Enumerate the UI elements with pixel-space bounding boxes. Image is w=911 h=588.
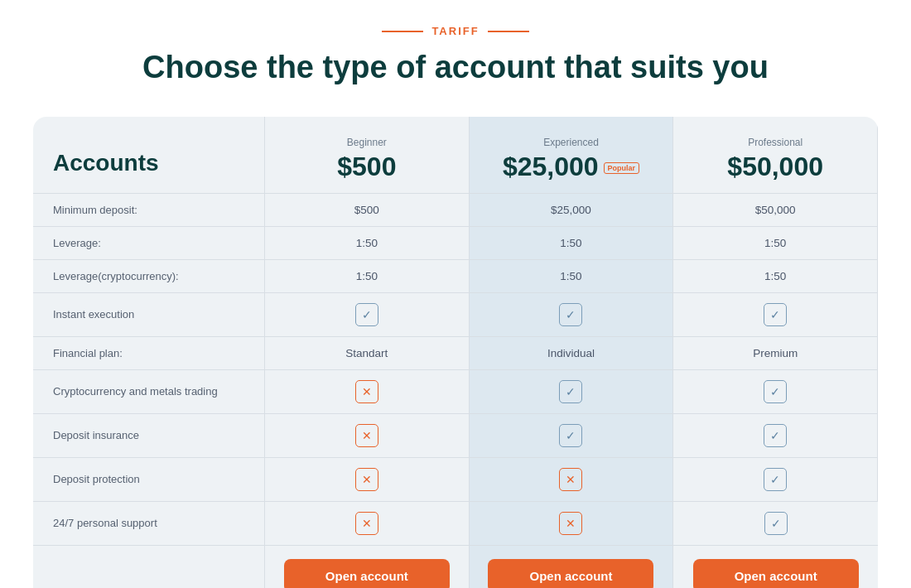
open-account-button-experienced[interactable]: Open account	[488, 559, 653, 588]
table-row-5-beginner: ✕	[265, 369, 470, 413]
check-icon: ✓	[764, 303, 787, 326]
table-row-6-beginner: ✕	[265, 413, 470, 457]
btn-cell-professional: Open account	[673, 545, 878, 588]
table-row-7-beginner: ✕	[265, 457, 470, 501]
open-account-button-professional[interactable]: Open account	[693, 559, 859, 588]
check-icon: ✓	[764, 512, 788, 535]
check-icon: ✓	[559, 303, 582, 326]
table-row-5-professional: ✓	[673, 369, 878, 413]
col-header-professional: Professional $50,000	[673, 117, 878, 193]
check-icon: ✓	[559, 424, 582, 447]
table-row-1-beginner: 1:50	[265, 226, 470, 259]
beginner-price: $500	[337, 153, 396, 180]
table-row-1-professional: 1:50	[673, 226, 878, 259]
table-row-1-label: Leverage:	[33, 226, 265, 259]
table-row-5-label: Cryptocurrency and metals trading	[33, 369, 265, 413]
check-icon: ✓	[355, 303, 378, 326]
table-row-8-experienced: ✕	[470, 501, 674, 545]
cross-icon: ✕	[355, 424, 378, 447]
table-row-3-professional: ✓	[673, 292, 878, 336]
professional-price: $50,000	[727, 153, 823, 180]
table-row-3-experienced: ✓	[470, 292, 674, 336]
table-row-0-professional: $50,000	[673, 193, 878, 226]
table-row-2-beginner: 1:50	[265, 259, 470, 292]
cross-icon: ✕	[355, 468, 378, 491]
table-row-3-beginner: ✓	[265, 292, 470, 336]
experienced-price: $25,000Popular	[503, 153, 639, 180]
table-row-6-label: Deposit insurance	[33, 413, 265, 457]
table-row-8-label: 24/7 personal support	[33, 501, 265, 545]
table-row-4-beginner: Standart	[265, 336, 470, 369]
open-account-button-beginner[interactable]: Open account	[284, 559, 450, 588]
table-row-7-label: Deposit protection	[33, 457, 265, 501]
btn-cell-experienced: Open account	[470, 545, 674, 588]
pricing-table: Accounts Beginner $500 Experienced $25,0…	[33, 117, 878, 588]
popular-badge: Popular	[604, 162, 640, 174]
cross-icon: ✕	[559, 468, 582, 491]
table-row-7-professional: ✓	[673, 457, 878, 501]
table-row-3-label: Instant execution	[33, 292, 265, 336]
table-row-6-experienced: ✓	[470, 413, 674, 457]
table-row-2-experienced: 1:50	[470, 259, 674, 292]
check-icon: ✓	[764, 468, 787, 491]
table-row-4-professional: Premium	[673, 336, 878, 369]
table-row-7-experienced: ✕	[470, 457, 674, 501]
table-row-8-beginner: ✕	[265, 501, 470, 545]
table-row-8-professional: ✓	[673, 501, 878, 545]
beginner-level-label: Beginner	[347, 137, 387, 148]
check-icon: ✓	[559, 380, 582, 403]
table-row-2-professional: 1:50	[673, 259, 878, 292]
cross-icon: ✕	[559, 512, 582, 535]
table-row-2-label: Leverage(cryptocurrency):	[33, 259, 265, 292]
tariff-text: TARIFF	[431, 25, 479, 37]
table-row-6-professional: ✓	[673, 413, 878, 457]
professional-level-label: Professional	[748, 137, 803, 148]
accounts-title: Accounts	[53, 150, 244, 180]
tariff-label: TARIFF	[382, 25, 528, 37]
table-row-5-experienced: ✓	[470, 369, 674, 413]
tariff-line-right	[488, 31, 529, 32]
table-row-4-experienced: Individual	[470, 336, 674, 369]
cross-icon: ✕	[355, 512, 378, 535]
table-row-0-beginner: $500	[265, 193, 470, 226]
accounts-header: Accounts	[33, 117, 265, 193]
table-row-0-label: Minimum deposit:	[33, 193, 265, 226]
table-row-1-experienced: 1:50	[470, 226, 674, 259]
btn-cell-beginner: Open account	[265, 545, 470, 588]
check-icon: ✓	[764, 424, 787, 447]
tariff-line-left	[382, 31, 423, 32]
btn-cell-label	[33, 545, 265, 588]
table-row-4-label: Financial plan:	[33, 336, 265, 369]
col-header-beginner: Beginner $500	[265, 117, 470, 193]
col-header-experienced: Experienced $25,000Popular	[470, 117, 674, 193]
cross-icon: ✕	[355, 380, 378, 403]
check-icon: ✓	[764, 380, 787, 403]
table-row-0-experienced: $25,000	[470, 193, 674, 226]
experienced-level-label: Experienced	[543, 137, 599, 148]
page-title: Choose the type of account that suits yo…	[142, 49, 769, 87]
